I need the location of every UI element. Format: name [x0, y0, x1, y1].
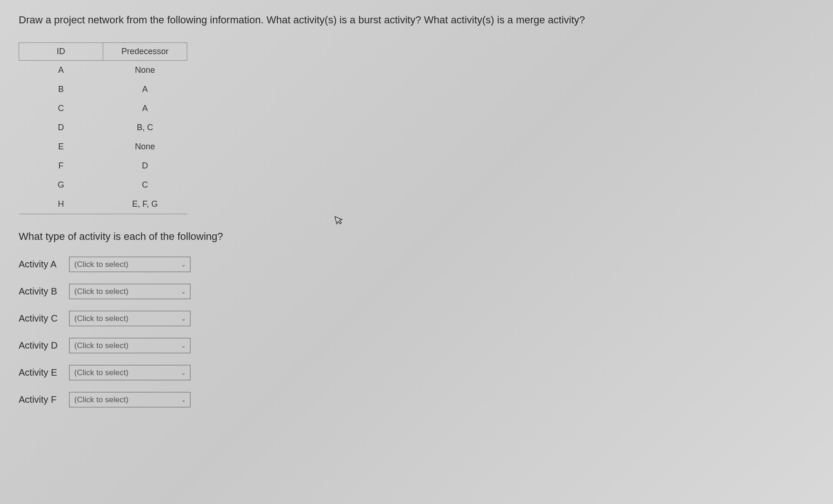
activity-d-select[interactable]: (Click to select) — [69, 338, 191, 353]
predecessor-table: ID Predecessor A None B A C A D B, C E N… — [19, 42, 187, 214]
cell-id: A — [19, 61, 103, 80]
activity-e-select[interactable]: (Click to select) — [69, 365, 191, 380]
cell-predecessor: None — [103, 137, 187, 156]
activity-row-a: Activity A (Click to select) ⌄ — [19, 257, 814, 272]
table-row: B A — [19, 80, 187, 99]
table-header-predecessor: Predecessor — [103, 43, 187, 61]
cell-predecessor: A — [103, 99, 187, 118]
activity-b-select[interactable]: (Click to select) — [69, 284, 191, 299]
table-row: H E, F, G — [19, 195, 187, 214]
activity-label: Activity B — [19, 286, 65, 297]
activity-a-select[interactable]: (Click to select) — [69, 257, 191, 272]
cell-id: F — [19, 156, 103, 175]
cell-id: H — [19, 195, 103, 214]
activity-c-select[interactable]: (Click to select) — [69, 311, 191, 326]
sub-question-text: What type of activity is each of the fol… — [19, 231, 814, 243]
table-row: G C — [19, 175, 187, 195]
activity-label: Activity C — [19, 313, 65, 324]
activity-row-f: Activity F (Click to select) ⌄ — [19, 392, 814, 407]
activity-label: Activity A — [19, 259, 65, 270]
table-row: E None — [19, 137, 187, 156]
cell-predecessor: A — [103, 80, 187, 99]
cell-id: D — [19, 118, 103, 137]
activity-label: Activity F — [19, 394, 65, 405]
question-text: Draw a project network from the followin… — [19, 14, 814, 26]
table-header-id: ID — [19, 43, 103, 61]
activity-row-d: Activity D (Click to select) ⌄ — [19, 338, 814, 353]
activity-f-select[interactable]: (Click to select) — [69, 392, 191, 407]
activity-row-b: Activity B (Click to select) ⌄ — [19, 284, 814, 299]
cell-predecessor: C — [103, 175, 187, 195]
cursor-icon — [334, 214, 345, 228]
table-row: C A — [19, 99, 187, 118]
activity-row-c: Activity C (Click to select) ⌄ — [19, 311, 814, 326]
activity-label: Activity D — [19, 340, 65, 351]
cell-id: B — [19, 80, 103, 99]
table-row: F D — [19, 156, 187, 175]
table-row: A None — [19, 61, 187, 80]
cell-predecessor: D — [103, 156, 187, 175]
cell-id: G — [19, 175, 103, 195]
cell-predecessor: B, C — [103, 118, 187, 137]
cell-predecessor: E, F, G — [103, 195, 187, 214]
cell-id: C — [19, 99, 103, 118]
cell-id: E — [19, 137, 103, 156]
activity-label: Activity E — [19, 367, 65, 378]
cell-predecessor: None — [103, 61, 187, 80]
activity-row-e: Activity E (Click to select) ⌄ — [19, 365, 814, 380]
table-row: D B, C — [19, 118, 187, 137]
